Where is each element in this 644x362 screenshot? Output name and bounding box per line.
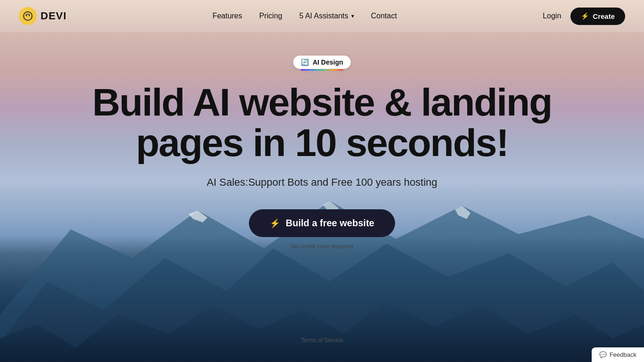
svg-point-8 bbox=[29, 15, 30, 16]
hero-content: 🔄 AI Design Build AI website & landing p… bbox=[0, 32, 644, 250]
login-link[interactable]: Login bbox=[543, 12, 561, 20]
bolt-icon: ⚡ bbox=[581, 12, 589, 20]
feedback-icon: 💬 bbox=[599, 351, 607, 358]
ai-design-badge: 🔄 AI Design bbox=[293, 56, 351, 69]
create-button[interactable]: ⚡ Create bbox=[570, 8, 625, 25]
logo-link[interactable]: DEVI bbox=[19, 7, 66, 25]
navbar: DEVI Features Pricing 5 AI Assistants ▾ … bbox=[0, 0, 644, 32]
terms-of-service-link[interactable]: Terms of Service bbox=[301, 337, 343, 344]
hero-heading: Build AI website & landing pages in 10 s… bbox=[92, 82, 552, 163]
chevron-down-icon: ▾ bbox=[351, 13, 354, 19]
nav-pricing[interactable]: Pricing bbox=[259, 12, 282, 20]
feedback-button[interactable]: 💬 Feedback bbox=[592, 347, 644, 362]
build-free-website-button[interactable]: ⚡ Build a free website bbox=[249, 209, 395, 237]
nav-ai-assistants[interactable]: 5 AI Assistants ▾ bbox=[299, 12, 354, 20]
logo-icon bbox=[19, 7, 37, 25]
terms-bar: Terms of Service bbox=[301, 336, 343, 344]
nav-features[interactable]: Features bbox=[213, 12, 242, 20]
ai-badge-label: AI Design bbox=[313, 58, 343, 66]
hero-subheading: AI Sales:Support Bots and Free 100 years… bbox=[206, 176, 437, 189]
svg-point-7 bbox=[26, 15, 27, 16]
nav-contact[interactable]: Contact bbox=[371, 12, 397, 20]
svg-point-6 bbox=[24, 12, 32, 20]
logo-text: DEVI bbox=[41, 10, 66, 22]
cta-bolt-icon: ⚡ bbox=[270, 218, 280, 229]
nav-actions: Login ⚡ Create bbox=[543, 8, 625, 25]
nav-links: Features Pricing 5 AI Assistants ▾ Conta… bbox=[213, 12, 397, 20]
refresh-icon: 🔄 bbox=[301, 58, 309, 66]
no-credit-card-text: No credit card required bbox=[291, 243, 353, 250]
